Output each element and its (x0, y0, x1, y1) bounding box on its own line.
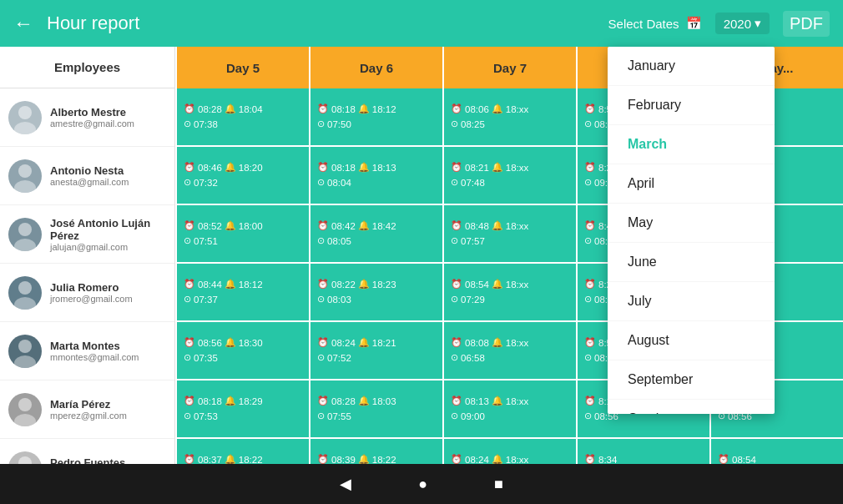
clock-in-time: 08:21 (465, 160, 489, 175)
month-option[interactable]: September (608, 360, 775, 400)
alarm-icon: ⏰ (317, 219, 329, 234)
clock-out-time: 18:xx (506, 394, 529, 409)
clock-in-row: ⏰08:46🔔18:20 (184, 160, 263, 175)
circle-icon: ⊙ (451, 175, 458, 190)
chevron-down-icon: ▾ (755, 16, 761, 31)
total-time: 07:38 (194, 117, 218, 132)
clock-in-time: 08:39 (331, 452, 356, 464)
clock-in-time: 08:48 (465, 219, 489, 234)
clock-in-time: 08:18 (198, 394, 222, 409)
moon-icon: 🔔 (225, 335, 236, 350)
total-row: ⊙08:03 (317, 292, 351, 307)
clock-in-time: 08:54 (465, 277, 489, 292)
clock-out-time: 18:12 (239, 277, 263, 292)
month-option[interactable]: May (608, 204, 775, 243)
alarm-icon: ⏰ (184, 452, 195, 464)
clock-in-row: ⏰08:08🔔18:xx (451, 335, 528, 350)
total-row: ⊙07:38 (184, 117, 218, 132)
select-dates-label: Select Dates (608, 17, 679, 31)
android-home-button[interactable]: ● (418, 476, 427, 493)
clock-out-time: 18:22 (239, 452, 263, 464)
time-cell: ⏰08:54🔔18:xx⊙07:29 (442, 264, 576, 322)
pdf-button[interactable]: PDF (783, 11, 830, 37)
year-selector[interactable]: 2020 ▾ (715, 13, 770, 34)
total-time: 09:00 (461, 409, 485, 424)
alarm-icon: ⏰ (317, 335, 329, 350)
month-option[interactable]: October (608, 400, 775, 414)
total-row: ⊙08:04 (317, 175, 351, 190)
alarm-icon: ⏰ (317, 102, 329, 117)
circle-icon: ⊙ (451, 350, 458, 365)
employee-info: María Pérez mperez@gmil.com (50, 398, 127, 421)
employee-email: mmontes@gmail.com (50, 352, 139, 362)
select-dates-button[interactable]: Select Dates 📅 (608, 16, 702, 31)
clock-in-row: ⏰08:18🔔18:13 (317, 160, 396, 175)
clock-out-time: 18:xx (506, 219, 529, 234)
month-option[interactable]: April (608, 164, 775, 204)
alarm-icon: ⏰ (184, 335, 195, 350)
total-time: 07:48 (461, 175, 485, 190)
clock-in-row: ⏰08:18🔔18:29 (184, 394, 263, 409)
clock-out-time: 18:xx (506, 102, 529, 117)
svg-point-7 (14, 297, 36, 310)
circle-icon: ⊙ (584, 234, 592, 249)
circle-icon: ⊙ (584, 117, 592, 132)
month-option[interactable]: March (608, 125, 775, 164)
moon-icon: 🔔 (492, 160, 503, 175)
total-row: ⊙07:53 (184, 409, 218, 424)
time-cell: ⏰08:48🔔18:xx⊙07:57 (442, 205, 576, 264)
clock-in-time: 08:22 (331, 277, 356, 292)
employee-info: José Antonio Luján Pérez jalujan@gmail.c… (50, 217, 166, 252)
month-option[interactable]: June (608, 243, 775, 282)
employee-name: María Pérez (50, 398, 127, 411)
month-option[interactable]: January (608, 47, 775, 86)
page-title: Hour report (47, 13, 608, 34)
circle-icon: ⊙ (184, 409, 191, 424)
clock-in-time: 08:54 (732, 452, 756, 464)
total-row: ⊙08:25 (451, 117, 485, 132)
total-time: 07:29 (461, 292, 485, 307)
clock-in-row: ⏰08:56🔔18:30 (184, 335, 263, 350)
circle-icon: ⊙ (184, 234, 191, 249)
moon-icon: 🔔 (492, 452, 503, 464)
moon-icon: 🔔 (492, 219, 503, 234)
total-row: ⊙07:37 (184, 292, 218, 307)
year-label: 2020 (724, 17, 751, 31)
alarm-icon: ⏰ (184, 277, 195, 292)
month-option[interactable]: July (608, 282, 775, 321)
alarm-icon: ⏰ (584, 394, 596, 409)
circle-icon: ⊙ (317, 234, 325, 249)
clock-out-time: 18:xx (506, 160, 529, 175)
svg-point-3 (14, 180, 36, 193)
clock-in-row: ⏰08:06🔔18:xx (451, 102, 528, 117)
month-option[interactable]: February (608, 86, 775, 125)
android-recent-button[interactable]: ■ (494, 476, 503, 493)
moon-icon: 🔔 (225, 277, 236, 292)
clock-out-time: 18:42 (372, 219, 396, 234)
employee-email: jromero@gmail.com (50, 294, 133, 304)
circle-icon: ⊙ (584, 350, 592, 365)
circle-icon: ⊙ (451, 117, 458, 132)
clock-in-time: 08:28 (331, 394, 356, 409)
android-back-button[interactable]: ◀ (340, 475, 351, 493)
total-time: 07:50 (327, 117, 351, 132)
clock-in-time: 08:24 (331, 335, 356, 350)
clock-in-time: 08:08 (465, 335, 489, 350)
month-option[interactable]: August (608, 321, 775, 360)
back-button[interactable]: ← (13, 12, 33, 35)
header: ← Hour report Select Dates 📅 2020 ▾ PDF (0, 0, 843, 47)
clock-in-time: 08:28 (198, 102, 222, 117)
employee-name: Marta Montes (50, 340, 139, 352)
time-cell: ⏰08:44🔔18:12⊙07:37 (175, 264, 309, 322)
employee-row: Alberto Mestre amestre@gmail.com (0, 88, 174, 147)
total-row: ⊙07:51 (184, 234, 218, 249)
circle-icon: ⊙ (317, 350, 325, 365)
clock-out-time: 18:04 (239, 102, 263, 117)
moon-icon: 🔔 (358, 452, 370, 464)
alarm-icon: ⏰ (584, 102, 596, 117)
time-cell: ⏰08:24🔔18:21⊙07:52 (309, 322, 442, 381)
moon-icon: 🔔 (492, 394, 503, 409)
employee-row: José Antonio Luján Pérez jalujan@gmail.c… (0, 205, 174, 264)
circle-icon: ⊙ (451, 292, 458, 307)
time-cell: ⏰08:18🔔18:13⊙08:04 (309, 147, 442, 205)
